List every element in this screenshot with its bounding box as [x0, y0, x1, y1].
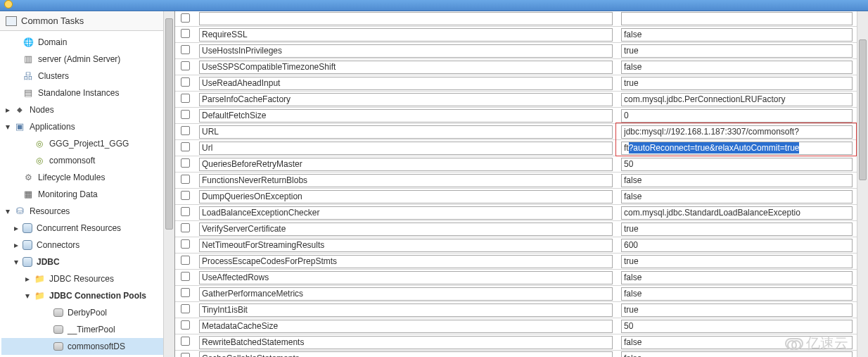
row-select-checkbox[interactable] [181, 256, 190, 265]
property-value-input[interactable] [621, 174, 853, 187]
tree-node-label: Connectors [35, 238, 81, 252]
tree-node[interactable]: ▸JDBC Resources [1, 270, 163, 287]
property-name-input[interactable] [199, 206, 613, 220]
property-value-input[interactable] [621, 287, 853, 301]
property-name-input[interactable] [199, 223, 613, 236]
tree-node[interactable]: server (Admin Server) [1, 51, 163, 68]
property-row [175, 173, 857, 189]
property-value-input[interactable] [621, 223, 853, 236]
tree-node[interactable]: __TimerPool [1, 321, 163, 338]
tree-node[interactable]: GGG_Project1_GGG [1, 135, 163, 152]
row-select-checkbox[interactable] [181, 223, 190, 232]
property-row [175, 237, 857, 253]
row-select-checkbox[interactable] [181, 126, 190, 135]
property-name-input[interactable] [199, 12, 613, 25]
content-scrollbar[interactable] [857, 11, 868, 357]
tree-node[interactable]: DerbyPool [1, 304, 163, 321]
property-name-input[interactable] [199, 303, 613, 317]
property-value-input[interactable] [621, 255, 853, 268]
property-name-input[interactable] [199, 158, 613, 171]
row-select-checkbox[interactable] [181, 94, 190, 103]
property-value-input[interactable]: ft?autoReconnect=true&relaxAutoCommit=tr… [621, 142, 853, 155]
row-select-checkbox[interactable] [181, 175, 190, 184]
row-select-checkbox[interactable] [181, 353, 190, 358]
property-name-input[interactable] [199, 61, 613, 74]
row-select-checkbox[interactable] [181, 61, 190, 70]
property-name-input[interactable] [199, 93, 613, 106]
property-name-input[interactable] [199, 320, 613, 333]
expand-icon[interactable]: ▸ [13, 242, 20, 249]
expand-icon[interactable]: ▸ [13, 225, 20, 232]
property-name-input[interactable] [199, 351, 613, 357]
tree-node[interactable]: Monitoring Data [1, 186, 163, 203]
row-select-checkbox[interactable] [181, 29, 190, 38]
tree-node[interactable]: Standalone Instances [1, 84, 163, 101]
property-name-input[interactable] [199, 255, 613, 268]
row-select-checkbox[interactable] [181, 207, 190, 216]
property-name-input[interactable] [199, 28, 613, 42]
property-value-input[interactable] [621, 320, 853, 333]
sidebar-scrollbar-thumb[interactable] [165, 18, 173, 230]
row-select-checkbox[interactable] [181, 239, 190, 249]
tree-node[interactable]: ▾JDBC Connection Pools [1, 287, 163, 304]
tree-node[interactable]: commonsoftDS [1, 338, 163, 355]
expand-icon[interactable]: ▸ [24, 275, 31, 282]
property-value-input[interactable] [621, 28, 853, 42]
property-value-input[interactable] [621, 303, 853, 317]
property-name-input[interactable] [199, 142, 613, 155]
row-select-checkbox[interactable] [181, 45, 190, 54]
tree-node[interactable]: Clusters [1, 68, 163, 84]
tree-node[interactable]: ▸Concurrent Resources [1, 220, 163, 237]
property-value-input[interactable] [621, 77, 853, 90]
row-select-checkbox[interactable] [181, 272, 190, 281]
tree-node[interactable]: ▸Nodes [1, 101, 163, 118]
property-value-input[interactable] [621, 93, 853, 106]
expand-icon[interactable]: ▸ [4, 106, 11, 113]
property-name-input[interactable] [199, 271, 613, 284]
property-name-input[interactable] [199, 125, 613, 139]
property-value-input[interactable] [621, 61, 853, 74]
row-select-checkbox[interactable] [181, 110, 190, 119]
property-value-input[interactable] [621, 109, 853, 123]
property-row [175, 27, 857, 43]
row-select-checkbox[interactable] [181, 320, 190, 330]
tree-node[interactable]: ▾Resources [1, 203, 163, 220]
tree-node[interactable]: ▾JDBC [1, 253, 163, 270]
row-select-checkbox[interactable] [181, 158, 190, 168]
property-value-input[interactable] [621, 271, 853, 284]
row-select-checkbox[interactable] [181, 337, 190, 346]
content-scrollbar-thumb[interactable] [859, 39, 867, 180]
collapse-icon[interactable]: ▾ [24, 292, 31, 299]
tree-node[interactable]: ▸Connectors [1, 237, 163, 253]
property-name-input[interactable] [199, 239, 613, 252]
property-name-input[interactable] [199, 44, 613, 58]
property-value-input[interactable] [621, 190, 853, 203]
sidebar-scrollbar[interactable] [163, 11, 174, 357]
tree-node[interactable]: commonsoft [1, 152, 163, 169]
property-value-input[interactable] [621, 206, 853, 220]
row-select-checkbox[interactable] [181, 142, 190, 151]
row-select-checkbox[interactable] [181, 77, 190, 87]
tree-node[interactable]: ▾Applications [1, 118, 163, 135]
property-name-input[interactable] [199, 77, 613, 90]
collapse-icon[interactable]: ▾ [13, 258, 20, 265]
property-name-input[interactable] [199, 174, 613, 187]
row-select-checkbox[interactable] [181, 304, 190, 313]
row-select-checkbox[interactable] [181, 13, 190, 23]
property-value-input[interactable] [621, 158, 853, 171]
property-name-input[interactable] [199, 109, 613, 123]
tree-node[interactable]: Domain [1, 34, 163, 51]
tree-node[interactable]: Lifecycle Modules [1, 169, 163, 186]
property-name-input[interactable] [199, 190, 613, 203]
property-name-input[interactable] [199, 336, 613, 349]
row-select-checkbox[interactable] [181, 288, 190, 297]
property-value-input[interactable] [621, 125, 853, 139]
property-value-input[interactable] [621, 44, 853, 58]
collapse-icon[interactable]: ▾ [4, 208, 11, 215]
property-name-input[interactable] [199, 287, 613, 301]
collapse-icon[interactable]: ▾ [4, 123, 11, 130]
row-select-checkbox[interactable] [181, 191, 190, 200]
tree-node-label: Domain [37, 35, 68, 49]
property-value-input[interactable] [621, 239, 853, 252]
property-value-input[interactable] [621, 12, 853, 25]
